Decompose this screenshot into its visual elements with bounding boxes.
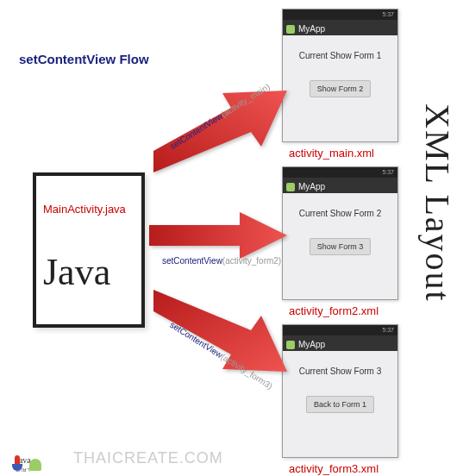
arrow-2-label: setContentView(activity_form2) [162,256,281,266]
svg-marker-1 [149,212,287,259]
phone-screen-3: 5:37 MyApp Current Show Form 3 Back to F… [282,324,398,458]
xml-layout-title: XML Layout [417,103,458,303]
xml-filename-1: activity_main.xml [289,147,374,160]
android-app-icon [286,183,295,191]
java-cup-icon [10,452,26,471]
phone-screen-2: 5:37 MyApp Current Show Form 2 Show Form… [282,166,398,300]
form-label: Current Show Form 2 [290,209,391,218]
arrow-1 [145,78,291,181]
status-bar: 5:37 [283,167,397,178]
xml-filename-2: activity_form2.xml [289,304,379,317]
form-label: Current Show Form 1 [290,51,391,60]
java-logo-text: Java [43,250,110,294]
status-bar: 5:37 [283,9,397,20]
android-app-icon [286,25,295,34]
xml-filename-3: activity_form3.xml [289,462,379,475]
status-bar: 5:37 [283,325,397,335]
show-form-button[interactable]: Show Form 2 [310,80,372,97]
diagram-title: setContentView Flow [19,52,149,66]
app-name: MyApp [298,182,325,191]
back-form-button[interactable]: Back to Form 1 [306,396,374,413]
show-form-button[interactable]: Show Form 3 [310,238,372,255]
footer-logos: Java ยกษา [10,452,33,471]
app-name: MyApp [298,340,325,349]
watermark-text: THAICREATE.COM [73,449,223,467]
android-icon [28,452,43,471]
java-filename: MainActivity.java [43,203,126,216]
arrow-2 [145,210,291,261]
form-label: Current Show Form 3 [290,366,391,376]
phone-screen-1: 5:37 MyApp Current Show Form 1 Show Form… [282,9,398,142]
svg-marker-0 [153,91,287,172]
app-name: MyApp [298,24,325,34]
app-title-bar: MyApp [283,178,397,193]
app-title-bar: MyApp [283,20,397,35]
arrow-3 [145,281,291,385]
app-title-bar: MyApp [283,335,397,351]
